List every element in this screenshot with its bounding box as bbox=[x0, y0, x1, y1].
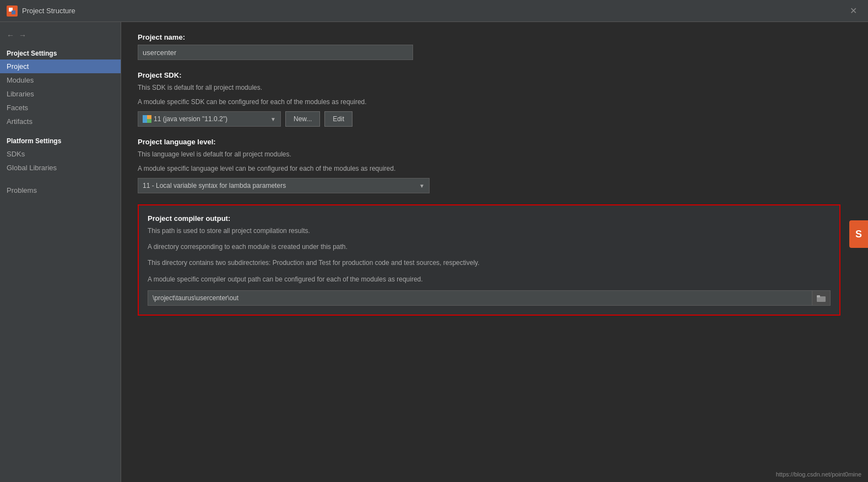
sonar-badge[interactable]: S bbox=[849, 220, 868, 248]
sdk-dropdown[interactable]: 11 (java version "11.0.2") ▼ bbox=[138, 111, 281, 127]
sidebar-item-artifacts[interactable]: Artifacts bbox=[0, 115, 121, 128]
lang-desc1: This language level is default for all p… bbox=[138, 149, 851, 159]
java-icon bbox=[143, 115, 151, 123]
edit-sdk-button[interactable]: Edit bbox=[324, 111, 352, 127]
svg-rect-7 bbox=[817, 295, 820, 297]
window-title: Project Structure bbox=[22, 7, 75, 15]
project-name-input[interactable] bbox=[138, 45, 413, 60]
project-name-section: Project name: bbox=[138, 33, 851, 60]
sidebar-item-libraries[interactable]: Libraries bbox=[0, 87, 121, 101]
bottom-url: https://blog.csdn.net/point0mine bbox=[776, 471, 861, 478]
lang-chevron: ▼ bbox=[419, 183, 425, 189]
path-input-row bbox=[148, 290, 831, 306]
project-name-label: Project name: bbox=[138, 33, 851, 41]
app-icon bbox=[7, 6, 18, 17]
svg-rect-3 bbox=[143, 115, 147, 123]
language-level-dropdown[interactable]: 11 - Local variable syntax for lambda pa… bbox=[138, 178, 430, 193]
project-language-level-section: Project language level: This language le… bbox=[138, 138, 851, 193]
lang-desc2: A module specific language level can be … bbox=[138, 164, 851, 174]
sdk-row: 11 (java version "11.0.2") ▼ New... Edit bbox=[138, 111, 851, 127]
project-settings-header: Project Settings bbox=[0, 46, 121, 59]
svg-rect-4 bbox=[147, 115, 151, 119]
sdk-value: 11 (java version "11.0.2") bbox=[154, 115, 227, 123]
svg-rect-5 bbox=[147, 119, 151, 123]
compiler-desc1: This path is used to store all project c… bbox=[148, 226, 831, 236]
back-arrow[interactable]: ← bbox=[7, 31, 14, 40]
sidebar-item-sdks[interactable]: SDKs bbox=[0, 147, 121, 161]
compiler-desc2: A directory corresponding to each module… bbox=[148, 242, 831, 252]
sdk-chevron: ▼ bbox=[270, 116, 276, 122]
language-level-value: 11 - Local variable syntax for lambda pa… bbox=[143, 182, 286, 189]
compiler-output-section: Project compiler output: This path is us… bbox=[138, 204, 840, 316]
nav-arrows: ← → bbox=[0, 28, 121, 46]
compiler-desc4: A module specific compiler output path c… bbox=[148, 274, 831, 285]
svg-rect-2 bbox=[12, 10, 15, 14]
platform-settings-header: Platform Settings bbox=[0, 134, 121, 147]
sdk-desc1: This SDK is default for all project modu… bbox=[138, 83, 851, 93]
sidebar-item-facets[interactable]: Facets bbox=[0, 101, 121, 115]
compiler-desc3: This directory contains two subdirectori… bbox=[148, 258, 831, 268]
content-area: Project name: Project SDK: This SDK is d… bbox=[121, 22, 868, 482]
main-layout: ← → Project Settings Project Modules Lib… bbox=[0, 22, 868, 482]
sdk-desc2: A module specific SDK can be configured … bbox=[138, 97, 851, 107]
forward-arrow[interactable]: → bbox=[19, 31, 26, 40]
compiler-output-path-input[interactable] bbox=[148, 290, 812, 306]
folder-icon bbox=[817, 294, 826, 302]
title-bar: Project Structure ✕ bbox=[0, 0, 868, 22]
sidebar: ← → Project Settings Project Modules Lib… bbox=[0, 22, 121, 482]
sidebar-item-problems[interactable]: Problems bbox=[0, 183, 121, 197]
new-sdk-button[interactable]: New... bbox=[285, 111, 320, 127]
close-button[interactable]: ✕ bbox=[845, 3, 861, 18]
language-level-label: Project language level: bbox=[138, 138, 851, 146]
title-bar-left: Project Structure bbox=[7, 6, 75, 17]
project-sdk-label: Project SDK: bbox=[138, 71, 851, 79]
sidebar-item-global-libraries[interactable]: Global Libraries bbox=[0, 161, 121, 175]
project-sdk-section: Project SDK: This SDK is default for all… bbox=[138, 71, 851, 127]
sidebar-item-modules[interactable]: Modules bbox=[0, 73, 121, 87]
sidebar-item-project[interactable]: Project bbox=[0, 59, 121, 73]
folder-browse-button[interactable] bbox=[812, 290, 831, 306]
compiler-output-label: Project compiler output: bbox=[148, 214, 831, 223]
